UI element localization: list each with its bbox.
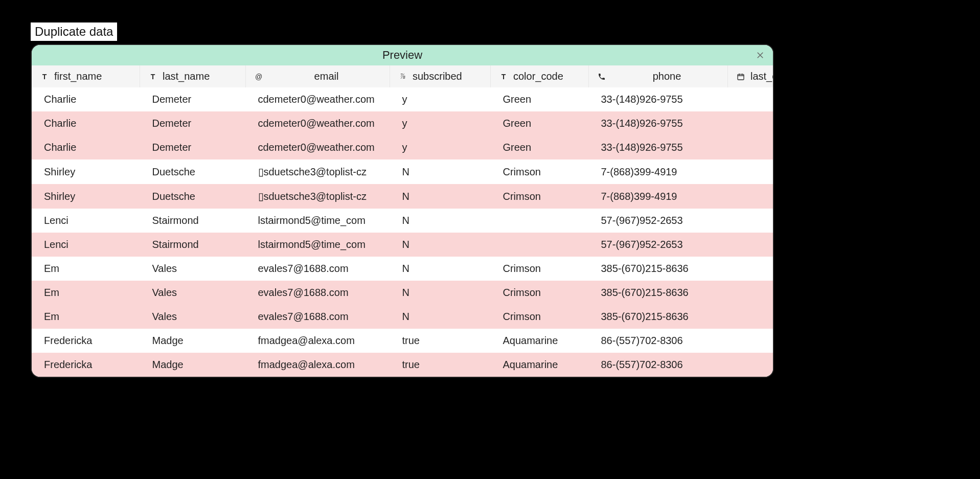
- cell-last_email_sent: 22/11/2013: [728, 353, 774, 377]
- cell-color_code: [491, 233, 589, 257]
- cell-last_name: Duetsche: [140, 184, 246, 209]
- column-label: email: [268, 71, 384, 82]
- cell-subscribed: N: [390, 257, 491, 281]
- table-row[interactable]: LenciStairmondlstairmond5@time_comN57-(9…: [32, 209, 774, 233]
- table-row[interactable]: EmValesevales7@1688.comNCrimson385-(670)…: [32, 305, 774, 329]
- cell-phone: 33-(148)926-9755: [589, 111, 728, 135]
- table-row[interactable]: ShirleyDuetsche▯sduetsche3@toplist-czNCr…: [32, 184, 774, 209]
- cell-last_name: Madge: [140, 329, 246, 353]
- cell-first_name: Em: [32, 257, 140, 281]
- column-label: last_email_sent: [750, 71, 774, 82]
- cell-last_name: Stairmond: [140, 209, 246, 233]
- column-header-subscribed[interactable]: ⅞ subscribed: [390, 65, 491, 87]
- column-header-color-code[interactable]: T color_code: [491, 65, 589, 87]
- cell-color_code: Crimson: [491, 281, 589, 305]
- cell-email: ▯sduetsche3@toplist-cz: [246, 159, 390, 184]
- preview-table: T first_name T last_name @ email: [32, 65, 774, 377]
- column-label: first_name: [54, 71, 102, 82]
- table-row[interactable]: EmValesevales7@1688.comNCrimson385-(670)…: [32, 281, 774, 305]
- preview-label: Preview: [382, 49, 422, 62]
- phone-icon: [597, 72, 606, 81]
- cell-phone: 385-(670)215-8636: [589, 281, 728, 305]
- cell-subscribed: true: [390, 353, 491, 377]
- cell-last_email_sent: 26/02/2016: [728, 305, 774, 329]
- table-row[interactable]: CharlieDemetercdemeter0@weather.comyGree…: [32, 135, 774, 159]
- cell-first_name: Fredericka: [32, 353, 140, 377]
- cell-phone: 7-(868)399-4919: [589, 184, 728, 209]
- cell-phone: 33-(148)926-9755: [589, 135, 728, 159]
- cell-email: evales7@1688.com: [246, 257, 390, 281]
- cell-first_name: Lenci: [32, 209, 140, 233]
- cell-last_name: Duetsche: [140, 159, 246, 184]
- cell-subscribed: true: [390, 329, 491, 353]
- cell-color_code: Aquamarine: [491, 329, 589, 353]
- table-row[interactable]: LenciStairmondlstairmond5@time_comN57-(9…: [32, 233, 774, 257]
- cell-phone: 385-(670)215-8636: [589, 305, 728, 329]
- cell-color_code: Crimson: [491, 159, 589, 184]
- column-label: phone: [611, 71, 722, 82]
- cell-first_name: Em: [32, 305, 140, 329]
- table-row[interactable]: CharlieDemetercdemeter0@weather.comyGree…: [32, 111, 774, 135]
- cell-last_email_sent: 20/12/2013: [728, 87, 774, 111]
- table-row[interactable]: CharlieDemetercdemeter0@weather.comyGree…: [32, 87, 774, 111]
- cell-email: ▯sduetsche3@toplist-cz: [246, 184, 390, 209]
- cell-last_name: Madge: [140, 353, 246, 377]
- cell-last_email_sent: 26/02/2016: [728, 257, 774, 281]
- column-header-phone[interactable]: phone: [589, 65, 728, 87]
- cell-first_name: Shirley: [32, 159, 140, 184]
- cell-last_email_sent: 16/03/2015: [728, 184, 774, 209]
- cell-phone: 385-(670)215-8636: [589, 257, 728, 281]
- column-header-first-name[interactable]: T first_name: [32, 65, 140, 87]
- cell-subscribed: N: [390, 159, 491, 184]
- cell-subscribed: N: [390, 233, 491, 257]
- cell-color_code: Crimson: [491, 305, 589, 329]
- cell-email: lstairmond5@time_com: [246, 209, 390, 233]
- column-header-email[interactable]: @ email: [246, 65, 390, 87]
- close-icon[interactable]: [755, 50, 766, 61]
- cell-last_name: Vales: [140, 305, 246, 329]
- table-body: CharlieDemetercdemeter0@weather.comyGree…: [32, 87, 774, 377]
- cell-last_email_sent: 13/09/2k14: [728, 209, 774, 233]
- cell-last_name: Demeter: [140, 111, 246, 135]
- date-icon: [736, 72, 745, 81]
- table-header-row: T first_name T last_name @ email: [32, 65, 774, 87]
- cell-last_email_sent: 22/11/2013: [728, 329, 774, 353]
- column-header-last-name[interactable]: T last_name: [140, 65, 246, 87]
- column-label: last_name: [163, 71, 210, 82]
- column-header-last-email-sent[interactable]: last_email_sent: [728, 65, 774, 87]
- cell-last_email_sent: 13/09/2k14: [728, 233, 774, 257]
- cell-first_name: Fredericka: [32, 329, 140, 353]
- cell-last_email_sent: 20/12/2013: [728, 111, 774, 135]
- table-row[interactable]: FrederickaMadgefmadgea@alexa.comtrueAqua…: [32, 353, 774, 377]
- preview-header: Preview: [32, 45, 773, 65]
- cell-email: lstairmond5@time_com: [246, 233, 390, 257]
- boolean-icon: ⅞: [398, 72, 407, 81]
- table-row[interactable]: ShirleyDuetsche▯sduetsche3@toplist-czNCr…: [32, 159, 774, 184]
- cell-subscribed: y: [390, 111, 491, 135]
- cell-email: fmadgea@alexa.com: [246, 353, 390, 377]
- cell-first_name: Charlie: [32, 111, 140, 135]
- cell-color_code: Crimson: [491, 184, 589, 209]
- cell-first_name: Charlie: [32, 135, 140, 159]
- cell-last_email_sent: 16/03/2015: [728, 159, 774, 184]
- table-row[interactable]: FrederickaMadgefmadgea@alexa.comtrueAqua…: [32, 329, 774, 353]
- cell-color_code: Green: [491, 87, 589, 111]
- table-row[interactable]: EmValesevales7@1688.comNCrimson385-(670)…: [32, 257, 774, 281]
- svg-rect-0: [738, 74, 744, 80]
- cell-email: fmadgea@alexa.com: [246, 329, 390, 353]
- cell-email: evales7@1688.com: [246, 305, 390, 329]
- text-icon: T: [40, 72, 49, 81]
- cell-subscribed: y: [390, 87, 491, 111]
- cell-color_code: Green: [491, 135, 589, 159]
- cell-last_name: Stairmond: [140, 233, 246, 257]
- cell-last_name: Vales: [140, 281, 246, 305]
- cell-email: cdemeter0@weather.com: [246, 111, 390, 135]
- cell-subscribed: N: [390, 305, 491, 329]
- cell-color_code: Crimson: [491, 257, 589, 281]
- page-title: Duplicate data: [31, 22, 117, 41]
- text-icon: T: [148, 72, 157, 81]
- cell-email: cdemeter0@weather.com: [246, 135, 390, 159]
- cell-phone: 7-(868)399-4919: [589, 159, 728, 184]
- cell-first_name: Charlie: [32, 87, 140, 111]
- preview-panel: Preview T first_name T: [31, 44, 774, 378]
